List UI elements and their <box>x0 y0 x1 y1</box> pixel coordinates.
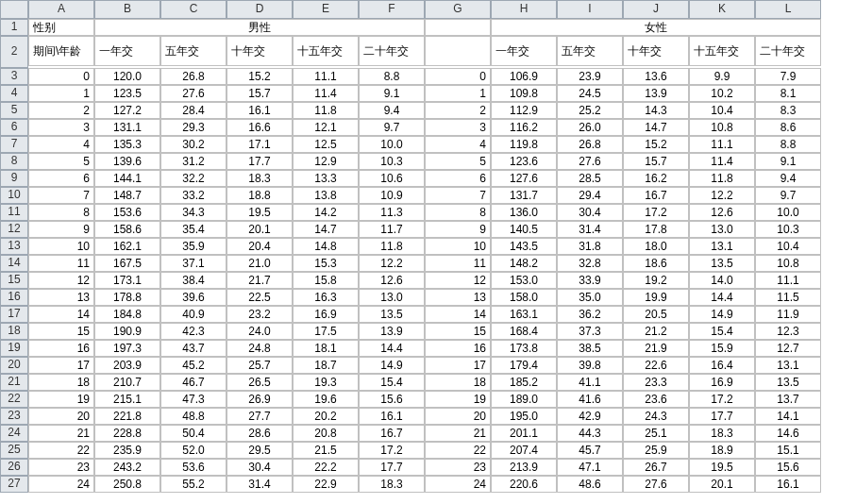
cell-D23[interactable]: 27.7 <box>227 408 293 425</box>
cell-C3[interactable]: 26.8 <box>160 68 227 85</box>
cell-I7[interactable]: 26.8 <box>557 136 623 153</box>
cell-A26[interactable]: 23 <box>28 459 94 476</box>
cell-G26[interactable]: 23 <box>425 459 491 476</box>
cell-D8[interactable]: 17.7 <box>227 153 293 170</box>
cell-K4[interactable]: 10.2 <box>689 85 755 102</box>
cell-C12[interactable]: 35.4 <box>160 221 227 238</box>
cell-G20[interactable]: 17 <box>425 357 491 374</box>
cell-B18[interactable]: 190.9 <box>94 323 160 340</box>
cell-F7[interactable]: 10.0 <box>359 136 425 153</box>
cell-L14[interactable]: 10.8 <box>755 255 821 272</box>
cell-D24[interactable]: 28.6 <box>227 425 293 442</box>
cell-I20[interactable]: 39.8 <box>557 357 623 374</box>
cell-F26[interactable]: 17.7 <box>359 459 425 476</box>
cell-A27[interactable]: 24 <box>28 476 94 493</box>
cell-G25[interactable]: 22 <box>425 442 491 459</box>
cell-J25[interactable]: 25.9 <box>623 442 689 459</box>
cell-B5[interactable]: 127.2 <box>94 102 160 119</box>
cell-C8[interactable]: 31.2 <box>160 153 227 170</box>
cell-G8[interactable]: 5 <box>425 153 491 170</box>
cell-E11[interactable]: 14.2 <box>293 204 359 221</box>
cell-L27[interactable]: 16.1 <box>755 476 821 493</box>
cell-D11[interactable]: 19.5 <box>227 204 293 221</box>
cell-H16[interactable]: 158.0 <box>491 289 557 306</box>
cell-J5[interactable]: 14.3 <box>623 102 689 119</box>
cell-A2[interactable]: 期间\年龄 <box>28 36 94 66</box>
cell-G6[interactable]: 3 <box>425 119 491 136</box>
cell-E18[interactable]: 17.5 <box>293 323 359 340</box>
cell-D4[interactable]: 15.7 <box>227 85 293 102</box>
cell-D22[interactable]: 26.9 <box>227 391 293 408</box>
cell-C4[interactable]: 27.6 <box>160 85 227 102</box>
cell-A7[interactable]: 4 <box>28 136 94 153</box>
cell-B26[interactable]: 243.2 <box>94 459 160 476</box>
cell-B27[interactable]: 250.8 <box>94 476 160 493</box>
cell-J18[interactable]: 21.2 <box>623 323 689 340</box>
cell-G17[interactable]: 14 <box>425 306 491 323</box>
cell-E24[interactable]: 20.8 <box>293 425 359 442</box>
cell-B4[interactable]: 123.5 <box>94 85 160 102</box>
cell-E9[interactable]: 13.3 <box>293 170 359 187</box>
cell-A21[interactable]: 18 <box>28 374 94 391</box>
cell-A16[interactable]: 13 <box>28 289 94 306</box>
cell-L22[interactable]: 13.7 <box>755 391 821 408</box>
cell-G7[interactable]: 4 <box>425 136 491 153</box>
cell-B22[interactable]: 215.1 <box>94 391 160 408</box>
cell-G13[interactable]: 10 <box>425 238 491 255</box>
cell-L26[interactable]: 15.6 <box>755 459 821 476</box>
cell-F10[interactable]: 10.9 <box>359 187 425 204</box>
cell-H21[interactable]: 185.2 <box>491 374 557 391</box>
cell-K8[interactable]: 11.4 <box>689 153 755 170</box>
cell-I19[interactable]: 38.5 <box>557 340 623 357</box>
cell-F27[interactable]: 18.3 <box>359 476 425 493</box>
cell-H6[interactable]: 116.2 <box>491 119 557 136</box>
cell-G5[interactable]: 2 <box>425 102 491 119</box>
cell-K24[interactable]: 18.3 <box>689 425 755 442</box>
cell-K10[interactable]: 12.2 <box>689 187 755 204</box>
cell-F9[interactable]: 10.6 <box>359 170 425 187</box>
cell-F5[interactable]: 9.4 <box>359 102 425 119</box>
cell-C11[interactable]: 34.3 <box>160 204 227 221</box>
cell-D9[interactable]: 18.3 <box>227 170 293 187</box>
cell-D6[interactable]: 16.6 <box>227 119 293 136</box>
cell-D3[interactable]: 15.2 <box>227 68 293 85</box>
cell-J26[interactable]: 26.7 <box>623 459 689 476</box>
cell-H12[interactable]: 140.5 <box>491 221 557 238</box>
cell-A5[interactable]: 2 <box>28 102 94 119</box>
cell-D14[interactable]: 21.0 <box>227 255 293 272</box>
cell-E20[interactable]: 18.7 <box>293 357 359 374</box>
cell-H4[interactable]: 109.8 <box>491 85 557 102</box>
cell-A6[interactable]: 3 <box>28 119 94 136</box>
cell-C26[interactable]: 53.6 <box>160 459 227 476</box>
cell-G24[interactable]: 21 <box>425 425 491 442</box>
cell-H23[interactable]: 195.0 <box>491 408 557 425</box>
cell-D15[interactable]: 21.7 <box>227 272 293 289</box>
cell-B8[interactable]: 139.6 <box>94 153 160 170</box>
cell-J16[interactable]: 19.9 <box>623 289 689 306</box>
cell-G16[interactable]: 13 <box>425 289 491 306</box>
cell-I24[interactable]: 44.3 <box>557 425 623 442</box>
cell-H15[interactable]: 153.0 <box>491 272 557 289</box>
cell-F6[interactable]: 9.7 <box>359 119 425 136</box>
cell-G27[interactable]: 24 <box>425 476 491 493</box>
cell-G11[interactable]: 8 <box>425 204 491 221</box>
cell-D19[interactable]: 24.8 <box>227 340 293 357</box>
cell-L20[interactable]: 13.1 <box>755 357 821 374</box>
cell-C24[interactable]: 50.4 <box>160 425 227 442</box>
cell-H14[interactable]: 148.2 <box>491 255 557 272</box>
cell-C5[interactable]: 28.4 <box>160 102 227 119</box>
cell-H9[interactable]: 127.6 <box>491 170 557 187</box>
cell-G21[interactable]: 18 <box>425 374 491 391</box>
cell-L2[interactable]: 二十年交 <box>755 36 821 66</box>
cell-E12[interactable]: 14.7 <box>293 221 359 238</box>
cell-K16[interactable]: 14.4 <box>689 289 755 306</box>
cell-F19[interactable]: 14.4 <box>359 340 425 357</box>
cell-D7[interactable]: 17.1 <box>227 136 293 153</box>
cell-I14[interactable]: 32.8 <box>557 255 623 272</box>
cell-A24[interactable]: 21 <box>28 425 94 442</box>
cell-L10[interactable]: 9.7 <box>755 187 821 204</box>
cell-A25[interactable]: 22 <box>28 442 94 459</box>
cell-F16[interactable]: 13.0 <box>359 289 425 306</box>
cell-E22[interactable]: 19.6 <box>293 391 359 408</box>
cell-J10[interactable]: 16.7 <box>623 187 689 204</box>
